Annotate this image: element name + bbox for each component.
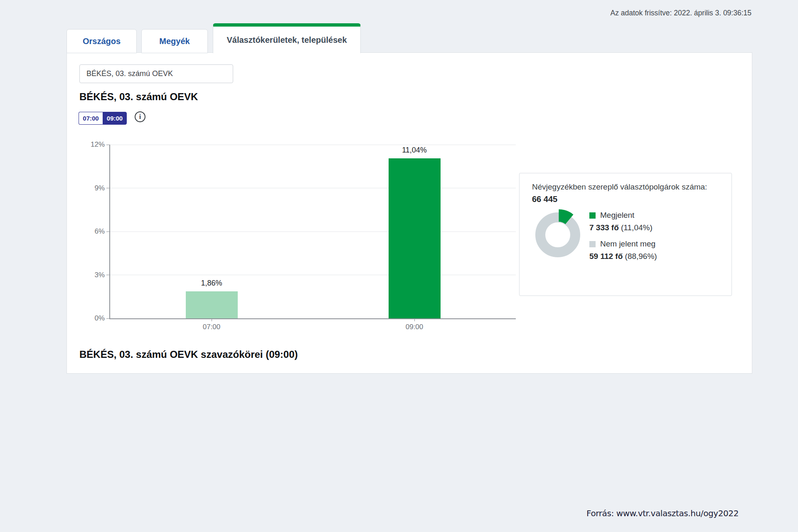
x-tick [414,319,415,321]
bar-0900[interactable] [389,158,441,318]
bar-value-label: 11,04% [402,146,427,155]
bar-value-label: 1,86% [201,279,222,288]
legend-value: 59 112 fő [589,252,623,261]
y-tick [106,145,109,145]
time-toggle: 07:00 09:00 [79,112,127,125]
bar-0700[interactable] [186,291,238,318]
source-caption: Forrás: www.vtr.valasztas.hu/ogy2022 [586,508,739,518]
y-tick [106,318,109,319]
turnout-donut-chart [532,209,584,261]
tab-megyek[interactable]: Megyék [141,29,208,53]
x-tick-label: 09:00 [406,323,424,331]
tab-label: Országos [83,37,121,46]
tab-label: Megyék [159,37,190,46]
page-title: BÉKÉS, 03. számú OEVK [79,90,198,103]
y-gridline [110,188,516,188]
time-toggle-0900-button[interactable]: 09:00 [103,112,127,125]
data-updated-timestamp: Az adatok frissítve: 2022. április 3. 09… [611,9,752,17]
legend-swatch-megjelent [589,212,596,219]
time-toggle-0700-button[interactable]: 07:00 [79,112,103,125]
voters-total: 66 445 [532,195,719,204]
donut-ring-nem-jelent-meg[interactable] [540,217,575,252]
legend-item-megjelent: Megjelent 7 333 fő (11,04%) [589,211,657,232]
turnout-bar-chart: 0%3%6%9%12%1,86%07:0011,04%09:00 [109,145,516,319]
y-gridline [110,232,516,232]
y-tick-label: 6% [94,227,105,236]
legend-swatch-nem-jelent-meg [589,241,596,247]
x-tick-label: 07:00 [203,323,221,331]
y-tick [106,232,109,232]
y-tick-label: 12% [91,140,105,149]
tab-label: Választókerületek, települések [227,35,347,45]
x-tick [212,319,212,321]
y-tick-label: 9% [94,184,105,192]
info-icon[interactable]: i [135,111,145,122]
legend-pct: (11,04%) [621,223,653,232]
donut-legend: Megjelent 7 333 fő (11,04%) Nem jelent m… [589,211,657,261]
y-tick-label: 0% [94,314,105,323]
legend-pct: (88,96%) [625,252,657,261]
content-card: BÉKÉS, 03. számú OEVK 07:00 09:00 i 0%3%… [66,52,752,374]
precincts-section-title: BÉKÉS, 03. számú OEVK szavazókörei (09:0… [79,349,298,360]
y-tick [106,275,109,275]
tab-valasztokeruletek-telepulesek[interactable]: Választókerületek, települések [213,23,361,53]
tab-orszagos[interactable]: Országos [66,29,137,53]
legend-label: Megjelent [600,211,634,220]
y-tick-label: 3% [94,271,105,279]
voters-panel-title: Névjegyzékben szereplő választópolgárok … [532,182,719,192]
y-gridline [110,275,516,275]
voters-summary-panel: Névjegyzékben szereplő választópolgárok … [519,173,732,296]
district-selector-input[interactable] [79,64,233,83]
legend-label: Nem jelent meg [600,239,655,249]
y-tick [106,188,109,188]
legend-value: 7 333 fő [589,223,619,232]
legend-item-nem-jelent-meg: Nem jelent meg 59 112 fő (88,96%) [589,239,657,261]
y-gridline [110,145,516,145]
